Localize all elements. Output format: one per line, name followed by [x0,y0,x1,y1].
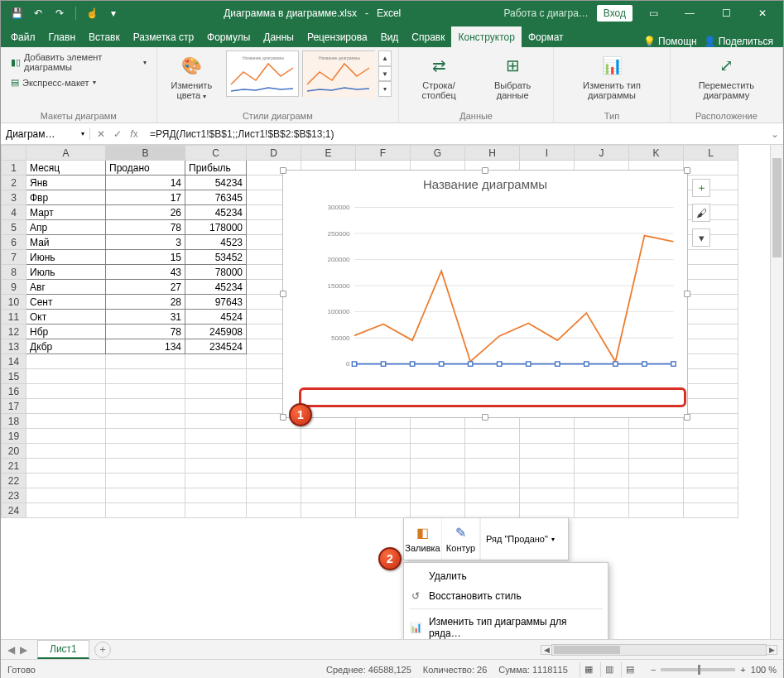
mini-series-selector[interactable]: Ряд "Продано" ▾ [480,518,568,560]
gallery-more-icon[interactable]: ▾ [378,81,392,97]
cell[interactable] [106,474,185,488]
cell[interactable]: 45234 [185,205,247,220]
tab-insert[interactable]: Вставк [82,26,127,47]
switch-row-column-button[interactable]: ⇄ Строка/ столбец [406,50,472,102]
cell[interactable] [26,488,106,503]
cell[interactable] [465,488,520,503]
cell[interactable] [520,459,575,474]
cell[interactable] [465,429,520,444]
sheet-nav-next-icon[interactable]: ▶ [20,644,27,656]
row-header[interactable]: 23 [2,488,26,503]
scroll-thumb[interactable] [772,158,782,257]
row-header[interactable]: 5 [2,220,26,235]
cell[interactable] [185,354,247,369]
cell[interactable]: Июнь [26,250,106,265]
cell[interactable] [26,429,106,444]
cell[interactable] [684,414,738,429]
cell[interactable] [185,429,247,444]
page-break-view-icon[interactable]: ▤ [621,662,639,677]
cell[interactable] [26,354,106,369]
cell[interactable] [411,503,465,518]
ribbon-display-icon[interactable]: ▭ [636,2,671,25]
scroll-left-icon[interactable]: ◀ [541,645,552,655]
minimize-button[interactable]: — [672,2,707,25]
cell[interactable] [684,444,738,459]
cell[interactable] [465,503,520,518]
column-header[interactable]: H [465,146,520,161]
row-header[interactable]: 3 [2,190,26,205]
tab-help[interactable]: Справк [405,26,451,47]
cell[interactable]: 28 [106,295,185,310]
cell[interactable] [185,384,247,399]
cell[interactable] [247,503,301,518]
cell[interactable] [575,503,629,518]
row-header[interactable]: 12 [2,325,26,339]
row-header[interactable]: 24 [2,503,26,518]
cell[interactable] [26,503,106,518]
cell[interactable]: 26 [106,205,185,220]
cell[interactable] [356,474,411,488]
zoom-level[interactable]: 100 % [751,665,777,675]
tab-chart-design[interactable]: Конструктор [451,26,521,47]
row-header[interactable]: 19 [2,429,26,444]
cell[interactable] [247,459,301,474]
chart-elements-button[interactable]: ＋ [692,179,710,197]
enter-formula-icon[interactable]: ✓ [110,128,125,140]
cell[interactable] [106,503,185,518]
cell[interactable]: 76345 [185,190,247,205]
row-header[interactable]: 1 [2,161,26,176]
cell[interactable] [185,503,247,518]
cell[interactable] [629,488,684,503]
cell[interactable] [411,429,465,444]
cell[interactable] [247,444,301,459]
cell[interactable] [520,488,575,503]
cell[interactable]: 134 [106,339,185,354]
cell[interactable] [185,474,247,488]
sheet-nav-prev-icon[interactable]: ◀ [7,644,15,656]
zoom-in-icon[interactable]: + [740,665,745,675]
cell[interactable]: Март [26,205,106,220]
row-header[interactable]: 15 [2,369,26,384]
cell[interactable] [684,354,738,369]
column-header[interactable]: E [301,146,356,161]
new-sheet-button[interactable]: ＋ [94,642,111,658]
cell[interactable]: Апр [26,220,106,235]
formula-input[interactable]: =РЯД(Лист1!$B$1;;Лист1!$B$2:$B$13;1) [145,128,767,140]
tab-data[interactable]: Данны [257,26,301,47]
cell[interactable] [575,474,629,488]
cell[interactable]: Продано [106,161,185,176]
quick-layout-button[interactable]: ▤ Экспресс-макет ▾ [7,75,99,89]
chevron-down-icon[interactable]: ▾ [81,130,84,137]
cell[interactable] [106,354,185,369]
cell[interactable] [629,459,684,474]
chart-styles-gallery[interactable]: Название диаграммы Название диаграммы ▲▼… [226,50,392,97]
cell[interactable]: Прибыль [185,161,247,176]
tab-view[interactable]: Вид [374,26,406,47]
style-thumb-1[interactable]: Название диаграммы [226,50,299,97]
share-button[interactable]: 👤Поделиться [704,36,773,47]
cell[interactable]: 97643 [185,295,247,310]
cell[interactable] [106,384,185,399]
column-header[interactable] [2,146,26,161]
cell[interactable] [26,474,106,488]
column-header[interactable]: J [575,146,629,161]
row-header[interactable]: 4 [2,205,26,220]
cell[interactable]: 27 [106,280,185,295]
cell[interactable] [106,399,185,414]
add-chart-element-button[interactable]: ▮▯ Добавить элемент диаграммы ▾ [7,50,150,74]
cell[interactable] [301,444,356,459]
cell[interactable] [520,474,575,488]
row-header[interactable]: 14 [2,354,26,369]
cell[interactable] [684,280,738,295]
scroll-thumb[interactable] [554,646,620,654]
mini-fill-button[interactable]: ◧ Заливка [404,518,442,560]
cell[interactable] [106,459,185,474]
tab-file[interactable]: Файл [4,26,42,47]
ctx-delete[interactable]: Удалить [404,566,608,586]
chart-filters-button[interactable]: ▾ [692,228,710,247]
cell[interactable] [520,503,575,518]
cell[interactable] [629,503,684,518]
row-header[interactable]: 18 [2,414,26,429]
cell[interactable]: Июль [26,265,106,280]
cell[interactable] [684,429,738,444]
